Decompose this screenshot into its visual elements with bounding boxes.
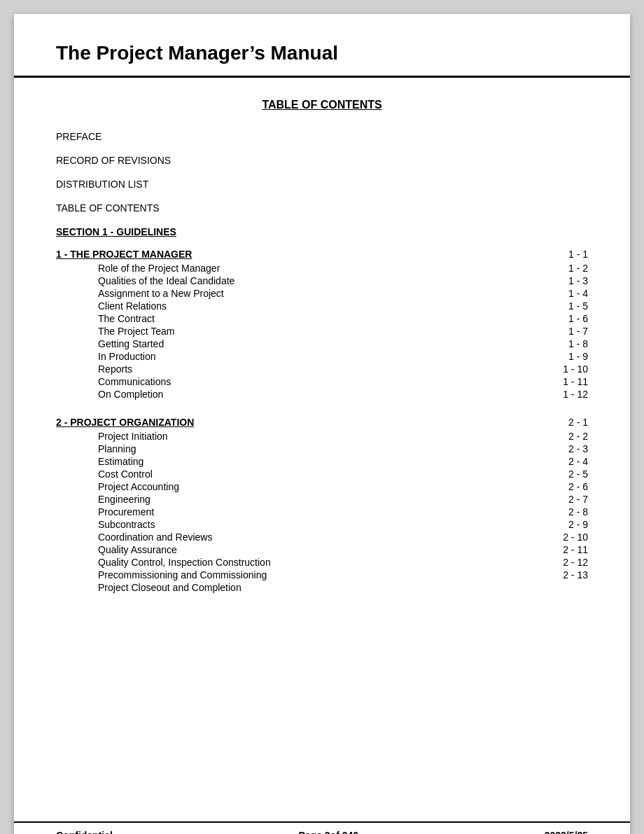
- sub-item-label: Project Initiation: [98, 431, 168, 442]
- list-item: Subcontracts 2 - 9: [56, 519, 588, 530]
- sub-item-page: 1 - 4: [568, 288, 588, 299]
- sub-item-page: 1 - 5: [568, 300, 588, 312]
- list-item: Reports 1 - 10: [56, 363, 588, 375]
- section1-group: 1 - THE PROJECT MANAGER 1 - 1 Role of th…: [56, 249, 588, 400]
- sub-item-label: Estimating: [98, 456, 144, 467]
- sub-item-page: 1 - 12: [563, 389, 588, 400]
- toc-heading: TABLE OF CONTENTS: [56, 99, 588, 111]
- list-item: On Completion 1 - 12: [56, 389, 588, 400]
- section1-title: 1 - THE PROJECT MANAGER: [56, 249, 192, 260]
- sub-item-label: Planning: [98, 443, 136, 454]
- sub-item-label: Communications: [98, 376, 171, 387]
- sub-item-page: 2 - 12: [563, 557, 588, 568]
- list-item: Planning 2 - 3: [56, 443, 588, 454]
- list-item: Engineering 2 - 7: [56, 494, 588, 505]
- sub-item-label: Quality Control, Inspection Construction: [98, 557, 271, 568]
- section1-heading: SECTION 1 - GUIDELINES: [56, 226, 588, 237]
- sub-item-label: Assignment to a New Project: [98, 288, 224, 299]
- page-content: TABLE OF CONTENTS PREFACE RECORD OF REVI…: [14, 78, 630, 638]
- sub-item-page: 2 - 2: [568, 431, 588, 442]
- list-item: Precommissioning and Commissioning 2 - 1…: [56, 569, 588, 581]
- list-item: Qualities of the Ideal Candidate 1 - 3: [56, 275, 588, 286]
- sub-item-label: Project Accounting: [98, 481, 179, 492]
- list-item: Role of the Project Manager 1 - 2: [56, 263, 588, 274]
- sub-item-page: 1 - 3: [568, 275, 588, 286]
- sub-item-page: 1 - 11: [563, 376, 588, 387]
- sub-item-page: 2 - 5: [568, 468, 588, 480]
- sub-item-page: 1 - 7: [568, 326, 588, 337]
- sub-item-label: Precommissioning and Commissioning: [98, 569, 267, 581]
- section1-title-row: 1 - THE PROJECT MANAGER 1 - 1: [56, 249, 588, 260]
- list-item: Procurement 2 - 8: [56, 506, 588, 517]
- page-footer: Confidential Page 3of 240 2023/5/25: [14, 821, 630, 834]
- sub-item-label: Qualities of the Ideal Candidate: [98, 275, 234, 286]
- sub-item-label: The Project Team: [98, 326, 174, 337]
- page-header: The Project Manager’s Manual: [14, 14, 630, 78]
- sub-item-page: 2 - 9: [568, 519, 588, 530]
- front-matter-preface: PREFACE: [56, 131, 588, 142]
- sub-item-page: 1 - 9: [568, 351, 588, 362]
- front-matter-distribution: DISTRIBUTION LIST: [56, 179, 588, 190]
- front-matter-section: PREFACE RECORD OF REVISIONS DISTRIBUTION…: [56, 131, 588, 214]
- sub-item-label: Subcontracts: [98, 519, 155, 530]
- list-item: Assignment to a New Project 1 - 4: [56, 288, 588, 299]
- list-item: The Contract 1 - 6: [56, 313, 588, 324]
- sub-item-page: 2 - 6: [568, 481, 588, 492]
- sub-item-page: 2 - 3: [568, 443, 588, 454]
- sub-item-label: In Production: [98, 351, 156, 362]
- sub-item-label: Coordination and Reviews: [98, 531, 212, 543]
- sub-item-page: 2 - 7: [568, 494, 588, 505]
- sub-item-page: 2 - 10: [563, 531, 588, 543]
- front-matter-revisions: RECORD OF REVISIONS: [56, 155, 588, 166]
- footer-page-info: Page 3of 240: [298, 830, 358, 834]
- list-item: Project Accounting 2 - 6: [56, 481, 588, 492]
- sub-item-page: 1 - 10: [563, 363, 588, 375]
- sub-item-page: 1 - 2: [568, 263, 588, 274]
- list-item: Project Closeout and Completion: [56, 582, 588, 593]
- front-matter-toc: TABLE OF CONTENTS: [56, 202, 588, 214]
- sub-item-label: Quality Assurance: [98, 544, 177, 555]
- list-item: Quality Control, Inspection Construction…: [56, 557, 588, 568]
- list-item: Client Relations 1 - 5: [56, 300, 588, 312]
- list-item: Coordination and Reviews 2 - 10: [56, 531, 588, 543]
- section1-page: 1 - 1: [568, 249, 588, 260]
- sub-item-page: 1 - 8: [568, 338, 588, 349]
- section2-page: 2 - 1: [568, 417, 588, 428]
- list-item: Getting Started 1 - 8: [56, 338, 588, 349]
- list-item: Quality Assurance 2 - 11: [56, 544, 588, 555]
- sub-item-page: 2 - 13: [563, 569, 588, 581]
- section2-title-row: 2 - PROJECT ORGANIZATION 2 - 1: [56, 417, 588, 428]
- list-item: Estimating 2 - 4: [56, 456, 588, 467]
- sub-item-label: Getting Started: [98, 338, 164, 349]
- sub-item-label: The Contract: [98, 313, 155, 324]
- sub-item-label: Client Relations: [98, 300, 167, 312]
- sub-item-page: 2 - 11: [563, 544, 588, 555]
- sub-item-label: Engineering: [98, 494, 150, 505]
- section2-group: 2 - PROJECT ORGANIZATION 2 - 1 Project I…: [56, 417, 588, 593]
- sub-item-page: 2 - 8: [568, 506, 588, 517]
- sub-item-label: Reports: [98, 363, 132, 375]
- list-item: Communications 1 - 11: [56, 376, 588, 387]
- document-page: The Project Manager’s Manual TABLE OF CO…: [14, 14, 630, 834]
- section2-title: 2 - PROJECT ORGANIZATION: [56, 417, 194, 428]
- sub-item-page: 1 - 6: [568, 313, 588, 324]
- footer-confidential: Confidential: [56, 830, 113, 834]
- sub-item-label: Cost Control: [98, 468, 153, 480]
- list-item: Project Initiation 2 - 2: [56, 431, 588, 442]
- sub-item-label: On Completion: [98, 389, 163, 400]
- list-item: In Production 1 - 9: [56, 351, 588, 362]
- sub-item-label: Procurement: [98, 506, 154, 517]
- list-item: Cost Control 2 - 5: [56, 468, 588, 480]
- footer-date: 2023/5/25: [545, 830, 588, 834]
- list-item: The Project Team 1 - 7: [56, 326, 588, 337]
- sub-item-label: Project Closeout and Completion: [98, 582, 241, 593]
- sub-item-page: 2 - 4: [568, 456, 588, 467]
- sub-item-label: Role of the Project Manager: [98, 263, 220, 274]
- document-title: The Project Manager’s Manual: [56, 42, 338, 64]
